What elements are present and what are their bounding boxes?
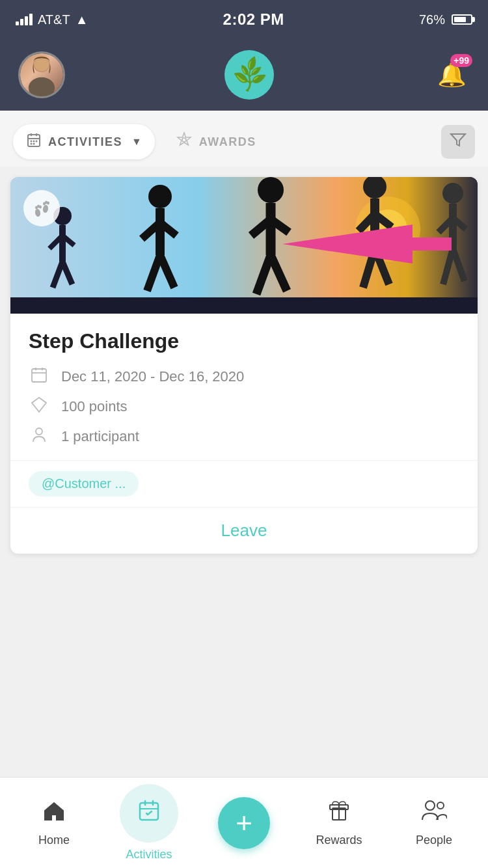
add-button[interactable]: + xyxy=(218,797,270,849)
card-tag-section: @Customer ... xyxy=(10,460,478,507)
app-logo: 🌿 xyxy=(224,50,274,100)
nav-home[interactable]: Home xyxy=(7,799,102,847)
svg-point-31 xyxy=(258,177,284,203)
date-range-text: Dec 11, 2020 - Dec 16, 2020 xyxy=(61,368,244,385)
points-row: 100 points xyxy=(29,396,459,417)
svg-point-56 xyxy=(47,202,49,205)
svg-point-2 xyxy=(34,57,49,72)
chevron-down-icon: ▼ xyxy=(131,136,142,148)
awards-tab-label: AWARDS xyxy=(199,135,256,149)
card-body: Step Challenge Dec 11, 2020 - Dec 16, 20… xyxy=(10,314,478,460)
status-bar: AT&T ▲ 2:02 PM 76% xyxy=(0,0,488,39)
svg-point-63 xyxy=(36,428,42,435)
svg-marker-14 xyxy=(451,134,465,146)
participants-text: 1 participant xyxy=(61,428,139,445)
card-details: Dec 11, 2020 - Dec 16, 2020 100 points xyxy=(29,366,459,447)
people-icon xyxy=(421,799,447,828)
svg-rect-18 xyxy=(10,297,478,314)
svg-point-52 xyxy=(39,206,42,209)
notification-bell[interactable]: 🔔 +99 xyxy=(433,57,470,93)
nav-activities[interactable]: Activities xyxy=(102,784,197,861)
card-action: Leave xyxy=(10,507,478,554)
svg-marker-62 xyxy=(32,398,46,412)
nav-add[interactable]: + xyxy=(197,797,291,849)
pink-arrow-annotation xyxy=(282,218,452,273)
signal-bars-icon xyxy=(16,14,33,25)
nav-home-label: Home xyxy=(38,834,70,847)
svg-point-53 xyxy=(42,204,49,213)
svg-rect-58 xyxy=(32,369,46,382)
leaf-icon: 🌿 xyxy=(229,55,270,95)
activity-card: Step Challenge Dec 11, 2020 - Dec 16, 20… xyxy=(10,177,478,554)
svg-point-49 xyxy=(34,208,41,217)
svg-rect-64 xyxy=(140,803,158,820)
activities-nav-bg xyxy=(120,784,178,843)
home-icon xyxy=(42,799,66,828)
nav-tabs: ACTIVITIES ▼ AWARDS xyxy=(0,111,488,167)
svg-point-71 xyxy=(426,801,435,810)
svg-point-43 xyxy=(442,183,463,204)
status-left: AT&T ▲ xyxy=(16,12,88,27)
wifi-icon: ▲ xyxy=(75,12,88,27)
app-header: 🌿 🔔 +99 xyxy=(0,39,488,111)
activities-nav-icon xyxy=(137,799,161,828)
calendar-icon xyxy=(26,132,42,152)
activities-tab-label: ACTIVITIES xyxy=(48,135,122,149)
participants-row: 1 participant xyxy=(29,426,459,447)
awards-tab[interactable]: AWARDS xyxy=(165,124,267,160)
awards-icon xyxy=(176,131,193,152)
card-image xyxy=(10,177,478,314)
svg-marker-57 xyxy=(282,224,452,264)
nav-rewards-label: Rewards xyxy=(316,834,362,847)
svg-point-13 xyxy=(182,138,186,142)
filter-icon xyxy=(450,131,467,152)
customer-tag[interactable]: @Customer ... xyxy=(29,471,139,496)
footprint-icon xyxy=(23,190,60,226)
main-content: Step Challenge Dec 11, 2020 - Dec 16, 20… xyxy=(0,167,488,687)
nav-people[interactable]: People xyxy=(386,799,481,847)
svg-point-1 xyxy=(29,77,55,98)
svg-point-25 xyxy=(148,185,172,208)
battery-icon xyxy=(452,14,472,25)
carrier-label: AT&T xyxy=(38,12,70,27)
svg-point-72 xyxy=(437,802,444,809)
person-icon xyxy=(29,426,49,447)
points-text: 100 points xyxy=(61,398,128,415)
activity-title: Step Challenge xyxy=(29,329,459,353)
rewards-icon xyxy=(327,799,351,828)
nav-rewards[interactable]: Rewards xyxy=(291,799,386,847)
plus-icon: + xyxy=(236,807,252,839)
calendar-detail-icon xyxy=(29,366,49,387)
time-display: 2:02 PM xyxy=(223,10,284,29)
nav-activities-label: Activities xyxy=(126,848,172,861)
battery-label: 76% xyxy=(419,12,445,27)
filter-button[interactable] xyxy=(441,125,475,159)
avatar[interactable] xyxy=(18,51,65,98)
leave-button[interactable]: Leave xyxy=(221,521,267,541)
activities-tab[interactable]: ACTIVITIES ▼ xyxy=(13,124,155,159)
nav-people-label: People xyxy=(416,834,452,847)
diamond-icon xyxy=(29,396,49,417)
svg-marker-12 xyxy=(178,133,191,145)
bottom-nav: Home Activities + xyxy=(0,777,488,868)
status-right: 76% xyxy=(419,12,472,27)
date-row: Dec 11, 2020 - Dec 16, 2020 xyxy=(29,366,459,387)
notification-badge: +99 xyxy=(450,54,472,67)
